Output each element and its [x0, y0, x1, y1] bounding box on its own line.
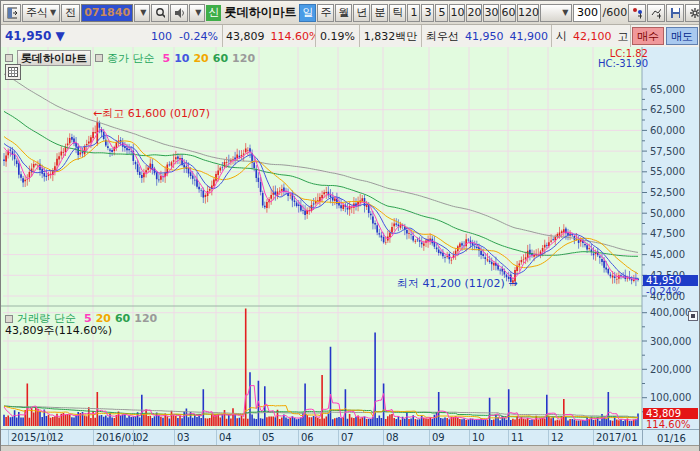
y-axis-volume-label: 200,000	[650, 364, 691, 375]
x-axis-label-02: 02	[136, 432, 149, 443]
trading-app-window: 주식▼ 전 071840 ▼ ▼ 신 롯데하이마트 일주월년분틱 1351020…	[0, 0, 700, 451]
high-annotation: ←최고 61,600 (01/07)	[93, 106, 210, 121]
best-bid: 41,900	[510, 30, 549, 43]
x-axis-label-03: 03	[177, 432, 190, 443]
x-axis-corner-date: 01/16	[642, 430, 700, 446]
turnover-cell: 0.19%	[316, 25, 360, 47]
asset-type-combo[interactable]: 주식▼	[22, 4, 60, 22]
price-ma-20-label: 20	[193, 52, 208, 65]
legend-bullet-icon[interactable]	[5, 54, 13, 62]
x-axis-separator	[593, 430, 594, 446]
quote-summary-bar: 41,950 ▼ 100 -0.24% 43,809 114.60% 0.19%…	[1, 25, 699, 48]
x-axis-label-2017/01: 2017/01	[596, 432, 638, 443]
x-axis-separator	[548, 430, 549, 446]
interval-button-5[interactable]: 5	[435, 4, 448, 22]
current-price-marker: 41,950	[643, 275, 698, 286]
price-change-cell: 41,950 ▼ 100 -0.24%	[1, 25, 223, 47]
asset-type-label: 주식	[26, 5, 48, 20]
best-quote-cell: 최우선 41,950 41,900	[422, 25, 552, 47]
current-price-pct: -0.24%	[646, 286, 681, 297]
x-axis-label-09: 09	[432, 432, 445, 443]
interval-combo[interactable]: ▼	[540, 4, 572, 22]
price-ma-5-label: 5	[163, 52, 171, 65]
interval-button-3[interactable]: 3	[421, 4, 434, 22]
y-axis-price-label: 47,500	[650, 228, 685, 239]
chart-settings-icon[interactable]	[5, 64, 21, 80]
x-axis-label-11: 11	[511, 432, 524, 443]
search-icon[interactable]	[151, 4, 169, 22]
y-axis-volume-label: 100,000	[650, 392, 691, 403]
price-change-pct: -0.24%	[179, 30, 218, 43]
current-price: 41,950	[5, 29, 51, 43]
x-axis-separator	[174, 430, 175, 446]
period-button-주[interactable]: 주	[317, 4, 334, 22]
gear-icon[interactable]	[685, 4, 699, 22]
y-axis-price-label: 57,500	[650, 146, 685, 157]
hc-indicator: HC:-31.90	[598, 58, 648, 69]
code-dropdown-button[interactable]: ▼	[134, 4, 150, 22]
chevron-down-icon: ▼	[195, 8, 201, 17]
interval-button-120[interactable]: 120	[517, 4, 539, 22]
window-bottom-edge	[1, 445, 699, 451]
legend-stock-chip[interactable]: 롯데하이마트	[17, 50, 91, 66]
price-panel-legend: 롯데하이마트 종가 단순 5102060120	[5, 50, 255, 66]
chevron-down-icon: ▼	[50, 8, 56, 17]
compare-chart-icon[interactable]	[628, 4, 646, 22]
volume-value: 43,809	[226, 30, 265, 43]
period-button-틱[interactable]: 틱	[389, 4, 406, 22]
best-label: 최우선	[426, 29, 459, 44]
x-axis-separator	[298, 430, 299, 446]
buy-button[interactable]: 매수	[632, 27, 664, 45]
x-axis-label-05: 05	[262, 432, 275, 443]
panel-transfer-icon[interactable]	[3, 4, 21, 22]
period-button-분[interactable]: 분	[371, 4, 388, 22]
y-axis-price-label: 65,000	[650, 84, 685, 95]
high-label: 고	[618, 29, 629, 44]
open-label: 시	[556, 29, 567, 44]
x-axis-label-2015/10: 2015/10	[11, 432, 53, 443]
x-axis-separator	[383, 430, 384, 446]
best-ask: 41,950	[465, 30, 504, 43]
interval-button-10[interactable]: 10	[449, 4, 465, 22]
x-axis-label-12: 12	[551, 432, 564, 443]
interval-button-60[interactable]: 60	[500, 4, 516, 22]
x-axis-date-row: 2015/10122016/01020304050607080910111220…	[1, 429, 699, 446]
period-button-년[interactable]: 년	[353, 4, 370, 22]
period-button-월[interactable]: 월	[335, 4, 352, 22]
x-axis-separator	[48, 430, 49, 446]
chevron-down-icon: ▼	[562, 8, 568, 17]
interval-button-20[interactable]: 20	[466, 4, 482, 22]
interval-button-group: 13510203060120	[407, 4, 539, 22]
x-axis-label-07: 07	[341, 432, 354, 443]
chart-toolbar: 주식▼ 전 071840 ▼ ▼ 신 롯데하이마트 일주월년분틱 1351020…	[1, 1, 699, 25]
volume-current-label: 43,809주(114.60%)	[5, 323, 112, 338]
arrow-right-icon: →	[508, 277, 517, 290]
bars-count-input[interactable]: 300	[573, 4, 601, 22]
sell-button[interactable]: 매도	[666, 27, 698, 45]
period-button-group: 일주월년분틱	[299, 4, 406, 22]
legend-bullet-icon[interactable]	[95, 54, 103, 62]
interval-button-30[interactable]: 30	[483, 4, 499, 22]
prev-stock-button[interactable]: 전	[61, 4, 80, 22]
save-icon[interactable]	[666, 4, 684, 22]
trendline-tool-icon[interactable]	[647, 4, 665, 22]
interval-button-1[interactable]: 1	[407, 4, 420, 22]
period-button-일[interactable]: 일	[299, 4, 316, 22]
stock-code-input[interactable]: 071840	[81, 4, 133, 22]
y-axis-price-label: 52,500	[650, 187, 685, 198]
y-axis-price-label: 45,000	[650, 249, 685, 260]
plot-background	[2, 47, 642, 429]
low-annotation: 최저 41,200 (11/02) →	[397, 276, 517, 291]
x-axis-separator	[216, 430, 217, 446]
y-axis-price-label: 50,000	[650, 208, 685, 219]
volume-ratio: 114.60%	[271, 30, 317, 43]
panel-collapse-icon[interactable]	[688, 311, 698, 321]
legend-bullet-icon[interactable]	[5, 315, 13, 323]
x-axis-label-04: 04	[219, 432, 232, 443]
volume-ma-120-label: 120	[134, 312, 157, 325]
y-axis-volume-label: 300,000	[650, 336, 691, 347]
speaker-dropdown-button[interactable]: ▼	[189, 4, 205, 22]
chart-canvas[interactable]: 65,00062,50060,00057,50055,00052,50050,0…	[1, 47, 699, 429]
speaker-icon[interactable]	[170, 4, 188, 22]
x-axis-separator	[259, 430, 260, 446]
